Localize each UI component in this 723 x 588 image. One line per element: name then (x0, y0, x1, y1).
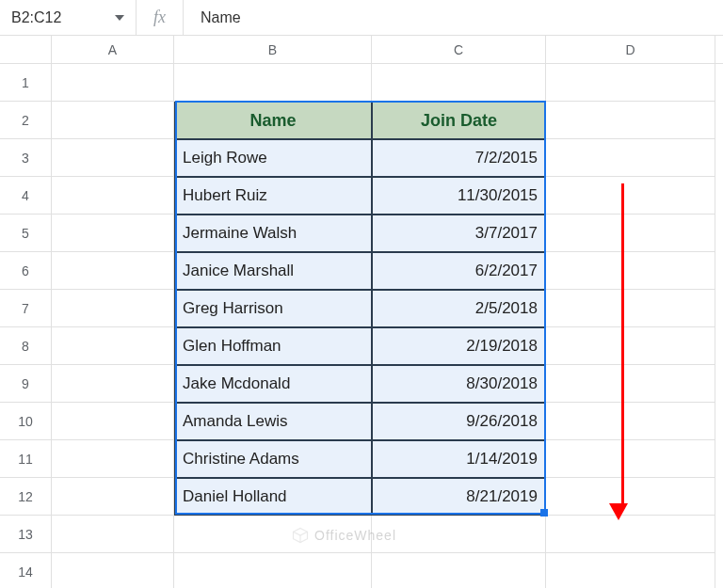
cell[interactable] (52, 177, 174, 215)
cell-name[interactable]: Greg Harrison (174, 290, 372, 327)
cell[interactable] (546, 64, 715, 102)
cell-join[interactable]: 7/2/2015 (372, 139, 546, 177)
cell-join[interactable]: 3/7/2017 (372, 215, 546, 252)
cell-join[interactable]: 11/30/2015 (372, 177, 546, 215)
cell[interactable] (52, 553, 174, 588)
cell-join[interactable]: 2/5/2018 (372, 290, 546, 327)
col-header-c[interactable]: C (372, 36, 546, 63)
cell[interactable] (546, 252, 715, 290)
row-header[interactable]: 7 (0, 290, 52, 327)
cell[interactable] (546, 290, 715, 327)
cell[interactable] (52, 252, 174, 290)
row-1: 1 (0, 64, 723, 102)
row-header[interactable]: 10 (0, 403, 52, 440)
row-header[interactable]: 14 (0, 553, 52, 588)
cell-join[interactable]: 2/19/2018 (372, 327, 546, 365)
cell[interactable] (52, 327, 174, 365)
cell-name[interactable]: Daniel Holland (174, 478, 372, 516)
formula-input[interactable]: Name (184, 9, 723, 26)
cell-name[interactable]: Jermaine Walsh (174, 215, 372, 252)
cell[interactable] (52, 64, 174, 102)
cell-name[interactable]: Hubert Ruiz (174, 177, 372, 215)
row-header[interactable]: 11 (0, 440, 52, 478)
table-header-name[interactable]: Name (174, 102, 372, 139)
cell[interactable] (52, 365, 174, 403)
table-header-join[interactable]: Join Date (372, 102, 546, 139)
fx-icon: fx (137, 0, 184, 35)
cell[interactable] (52, 403, 174, 440)
watermark: OfficeWheel (292, 527, 396, 544)
cell[interactable] (546, 139, 715, 177)
col-header-a[interactable]: A (52, 36, 174, 63)
table-row: 11 Christine Adams 1/14/2019 (0, 440, 723, 478)
row-header[interactable]: 2 (0, 102, 52, 139)
select-all-corner[interactable] (0, 36, 52, 63)
cell[interactable] (546, 478, 715, 516)
cell[interactable] (372, 553, 546, 588)
cell[interactable] (52, 440, 174, 478)
cell[interactable] (546, 516, 715, 553)
row-header[interactable]: 6 (0, 252, 52, 290)
cell[interactable] (52, 215, 174, 252)
cell[interactable] (546, 102, 715, 139)
row-header[interactable]: 3 (0, 139, 52, 177)
cell[interactable] (546, 553, 715, 588)
cell-name[interactable]: Leigh Rowe (174, 139, 372, 177)
table-row: 9 Jake Mcdonald 8/30/2018 (0, 365, 723, 403)
cell-join[interactable]: 6/2/2017 (372, 252, 546, 290)
col-header-d[interactable]: D (546, 36, 715, 63)
cell-name[interactable]: Amanda Lewis (174, 403, 372, 440)
row-header[interactable]: 4 (0, 177, 52, 215)
cell-name[interactable]: Jake Mcdonald (174, 365, 372, 403)
name-box[interactable]: B2:C12 (0, 0, 137, 35)
watermark-text: OfficeWheel (314, 528, 396, 543)
cell[interactable] (546, 365, 715, 403)
cell[interactable] (546, 403, 715, 440)
table-row: 4 Hubert Ruiz 11/30/2015 (0, 177, 723, 215)
cell[interactable] (52, 139, 174, 177)
cell[interactable] (372, 64, 546, 102)
cell[interactable] (52, 478, 174, 516)
row-header[interactable]: 9 (0, 365, 52, 403)
cell-join[interactable]: 1/14/2019 (372, 440, 546, 478)
row-header[interactable]: 1 (0, 64, 52, 102)
cell[interactable] (546, 215, 715, 252)
dropdown-icon[interactable] (115, 15, 124, 21)
cell[interactable] (52, 102, 174, 139)
table-row: 5 Jermaine Walsh 3/7/2017 (0, 215, 723, 252)
annotation-arrow-down-icon (617, 183, 628, 520)
cell[interactable] (546, 327, 715, 365)
table-row: 7 Greg Harrison 2/5/2018 (0, 290, 723, 327)
watermark-logo-icon (292, 527, 309, 544)
table-row: 3 Leigh Rowe 7/2/2015 (0, 139, 723, 177)
table-row: 10 Amanda Lewis 9/26/2018 (0, 403, 723, 440)
name-box-value: B2:C12 (11, 9, 61, 26)
row-header[interactable]: 8 (0, 327, 52, 365)
row-2: 2 Name Join Date (0, 102, 723, 139)
cell-name[interactable]: Glen Hoffman (174, 327, 372, 365)
cell[interactable] (52, 516, 174, 553)
cell[interactable] (372, 516, 546, 553)
row-14: 14 (0, 553, 723, 588)
cell-name[interactable]: Janice Marshall (174, 252, 372, 290)
cell[interactable] (546, 440, 715, 478)
cell[interactable] (546, 177, 715, 215)
cell-join[interactable]: 8/30/2018 (372, 365, 546, 403)
row-header[interactable]: 13 (0, 516, 52, 553)
cell[interactable] (174, 553, 372, 588)
row-header[interactable]: 5 (0, 215, 52, 252)
cell-join[interactable]: 8/21/2019 (372, 478, 546, 516)
table-row: 8 Glen Hoffman 2/19/2018 (0, 327, 723, 365)
cell[interactable] (52, 290, 174, 327)
column-headers: A B C D (0, 36, 723, 64)
cell[interactable] (174, 64, 372, 102)
col-header-b[interactable]: B (174, 36, 372, 63)
formula-bar: B2:C12 fx Name (0, 0, 723, 36)
cell-join[interactable]: 9/26/2018 (372, 403, 546, 440)
row-header[interactable]: 12 (0, 478, 52, 516)
table-row: 6 Janice Marshall 6/2/2017 (0, 252, 723, 290)
cell-name[interactable]: Christine Adams (174, 440, 372, 478)
